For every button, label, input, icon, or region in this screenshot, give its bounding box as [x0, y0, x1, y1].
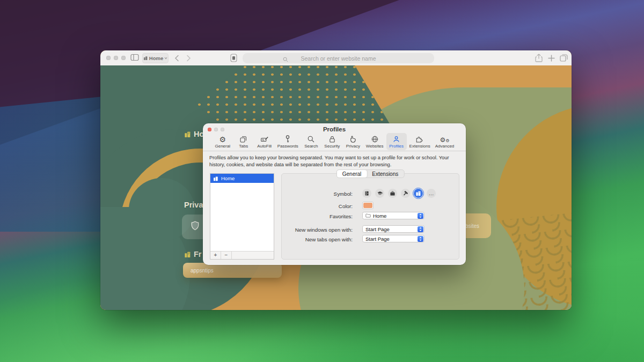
new-tabs-select[interactable]: Start Page	[362, 235, 425, 242]
segment-extensions[interactable]: Extensions	[367, 170, 404, 178]
safari-window: Home	[100, 50, 572, 310]
symbol-briefcase-button[interactable]	[388, 189, 397, 198]
share-icon[interactable]	[535, 54, 543, 64]
tab-advanced[interactable]: ⚙⚙ Advanced	[433, 133, 457, 150]
tab-profiles[interactable]: Profiles	[386, 133, 407, 150]
tab-websites[interactable]: Websites	[364, 133, 386, 150]
new-windows-label: New windows open with:	[295, 227, 353, 233]
forward-icon[interactable]	[186, 54, 191, 64]
new-tabs-value: Start Page	[365, 236, 415, 242]
sidebar-toggle-icon[interactable]	[130, 54, 139, 63]
tabs-icon	[239, 134, 247, 143]
autofill-icon	[260, 134, 269, 143]
folder-icon	[365, 213, 371, 218]
desktop-wallpaper: Home	[0, 0, 644, 362]
gears-icon: ⚙⚙	[440, 134, 450, 143]
symbol-more-button[interactable]: …	[427, 189, 436, 198]
tab-security[interactable]: Security	[322, 133, 342, 150]
extension-icon[interactable]	[230, 54, 237, 64]
settings-tab-bar: ⚙ General Tabs AutoFill Passwords	[203, 133, 466, 151]
zoom-button[interactable]	[121, 56, 126, 60]
profiles-settings-dialog: Profiles ⚙ General Tabs AutoFill	[203, 123, 466, 265]
symbol-picker: …	[362, 189, 436, 198]
symbol-buildings-button[interactable]	[414, 189, 423, 198]
back-icon[interactable]	[174, 54, 179, 64]
add-profile-button[interactable]: +	[210, 252, 221, 259]
favorites-select[interactable]: Home	[362, 212, 425, 219]
stepper-icon	[418, 236, 423, 242]
new-windows-select[interactable]: Start Page	[362, 225, 425, 233]
profile-switcher-label: Home	[149, 55, 163, 61]
profile-switcher-button[interactable]: Home	[142, 53, 169, 63]
buildings-icon	[184, 131, 191, 138]
symbol-hammer-button[interactable]	[401, 189, 410, 198]
tab-overview-icon[interactable]	[560, 54, 568, 64]
briefcase-icon	[390, 190, 396, 196]
profiles-list: Home + −	[210, 173, 274, 260]
tile-label: appsntips	[191, 268, 214, 274]
buildings-icon	[213, 176, 218, 181]
graduation-cap-icon	[377, 190, 383, 196]
color-label: Color:	[339, 203, 353, 209]
tab-tabs[interactable]: Tabs	[233, 133, 254, 150]
lock-icon	[328, 134, 336, 143]
symbol-graduation-cap-button[interactable]	[375, 189, 384, 198]
start-page-home-heading: Ho	[184, 130, 204, 138]
key-icon	[284, 134, 291, 143]
tab-autofill[interactable]: AutoFill	[254, 133, 275, 150]
color-well[interactable]	[362, 202, 374, 209]
gear-icon: ⚙	[219, 134, 226, 143]
search-input[interactable]	[243, 53, 434, 63]
puzzle-icon	[415, 134, 424, 143]
heading-text: Fr	[194, 250, 202, 258]
new-tab-icon[interactable]	[548, 54, 555, 64]
journal-icon	[364, 190, 370, 196]
buildings-icon	[143, 56, 148, 61]
buildings-icon	[184, 251, 191, 258]
browser-toolbar: Home	[100, 50, 572, 66]
websites-card-label: bsites	[465, 223, 479, 229]
remove-profile-button[interactable]: −	[221, 252, 232, 259]
frequently-visited-tile[interactable]: appsntips	[183, 263, 282, 278]
buildings-icon	[415, 190, 421, 196]
list-footer: + −	[210, 251, 274, 259]
globe-icon	[371, 134, 379, 143]
tab-extensions[interactable]: Extensions	[407, 133, 433, 150]
panel-segmented-control: General Extensions	[336, 169, 405, 178]
magnifier-icon	[307, 134, 315, 143]
start-page-frequently-heading: Fr	[184, 250, 202, 258]
profile-list-item-home[interactable]: Home	[210, 174, 274, 183]
hammer-icon	[402, 190, 408, 196]
new-tabs-label: New tabs open with:	[305, 237, 353, 242]
profile-name: Home	[221, 175, 235, 181]
tab-passwords[interactable]: Passwords	[275, 133, 301, 150]
minimize-button[interactable]	[114, 56, 118, 60]
new-windows-value: Start Page	[365, 226, 415, 232]
start-page: Ho Privac bsites Fr appsntips	[100, 65, 572, 310]
hand-icon	[349, 134, 357, 143]
tab-privacy[interactable]: Privacy	[343, 133, 363, 150]
color-swatch	[363, 203, 372, 208]
divider	[203, 151, 466, 151]
shield-icon	[191, 220, 200, 234]
profile-detail-panel: General Extensions Symbol:	[281, 173, 459, 260]
chevron-down-icon	[164, 57, 167, 60]
symbol-journal-button[interactable]	[362, 189, 371, 198]
person-icon	[392, 134, 400, 143]
favorites-label: Favorites:	[330, 213, 353, 219]
stepper-icon	[418, 213, 423, 219]
profiles-description: Profiles allow you to keep your browsing…	[209, 154, 460, 168]
stepper-icon	[418, 226, 423, 232]
dialog-title: Profiles	[203, 126, 466, 132]
segment-general[interactable]: General	[337, 170, 367, 178]
favorites-value: Home	[373, 213, 415, 219]
tab-search[interactable]: Search	[301, 133, 321, 150]
tab-general[interactable]: ⚙ General	[213, 133, 233, 150]
close-button[interactable]	[106, 56, 111, 60]
symbol-label: Symbol:	[334, 191, 353, 197]
